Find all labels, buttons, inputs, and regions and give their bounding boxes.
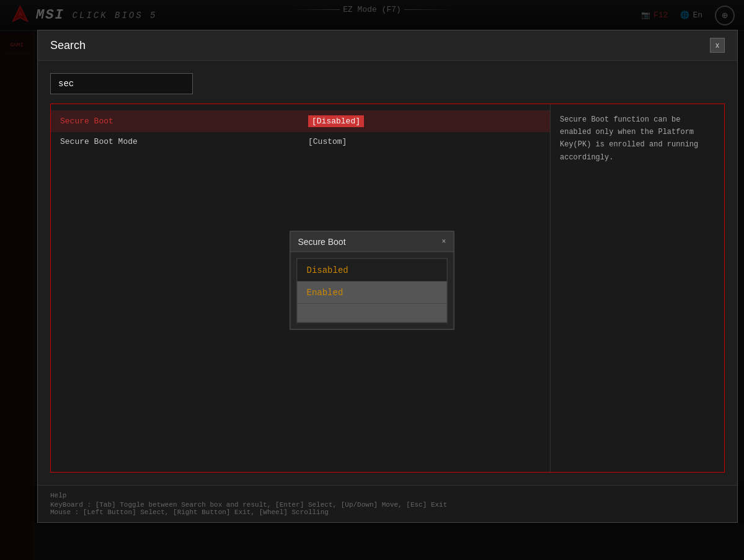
result-value-secure-boot: [Disabled] bbox=[308, 115, 364, 127]
secure-boot-popup: Secure Boot × Disabled Enabled bbox=[290, 231, 454, 329]
keyboard-label: KeyBoard : bbox=[50, 501, 91, 509]
mouse-text: [Left Button] Select, [Right Button] Exi… bbox=[83, 509, 329, 516]
result-item-secure-boot-mode[interactable]: Secure Boot Mode [Custom] bbox=[51, 132, 550, 151]
result-item-secure-boot[interactable]: Secure Boot [Disabled] bbox=[51, 110, 550, 132]
help-keyboard-line: KeyBoard : [Tab] Toggle between Search b… bbox=[50, 501, 725, 509]
popup-options-list: Disabled Enabled bbox=[297, 258, 448, 322]
popup-title-bar: Secure Boot × bbox=[291, 231, 454, 252]
keyboard-text: [Tab] Toggle between Search box and resu… bbox=[95, 501, 448, 509]
popup-option-disabled[interactable]: Disabled bbox=[298, 259, 447, 281]
popup-close-button[interactable]: × bbox=[441, 237, 446, 246]
popup-empty-space bbox=[298, 303, 447, 322]
help-mouse-line: Mouse : [Left Button] Select, [Right But… bbox=[50, 509, 725, 516]
result-name-secure-boot-mode: Secure Boot Mode bbox=[60, 137, 308, 146]
result-value-secure-boot-mode: [Custom] bbox=[308, 137, 347, 146]
modal-title: Search bbox=[50, 39, 86, 52]
result-name-secure-boot: Secure Boot bbox=[60, 117, 308, 126]
popup-option-enabled[interactable]: Enabled bbox=[298, 281, 447, 303]
mouse-label: Mouse : bbox=[50, 509, 79, 516]
help-title: Help bbox=[50, 492, 725, 499]
modal-title-bar: Search x bbox=[38, 30, 737, 61]
modal-close-button[interactable]: x bbox=[710, 38, 725, 53]
description-text: Secure Boot function can be enabled only… bbox=[560, 115, 698, 162]
popup-title: Secure Boot bbox=[298, 236, 346, 246]
search-input[interactable] bbox=[50, 73, 193, 94]
help-section: Help KeyBoard : [Tab] Toggle between Sea… bbox=[38, 485, 737, 522]
description-panel: Secure Boot function can be enabled only… bbox=[551, 104, 724, 472]
popup-body: Disabled Enabled bbox=[291, 252, 454, 329]
